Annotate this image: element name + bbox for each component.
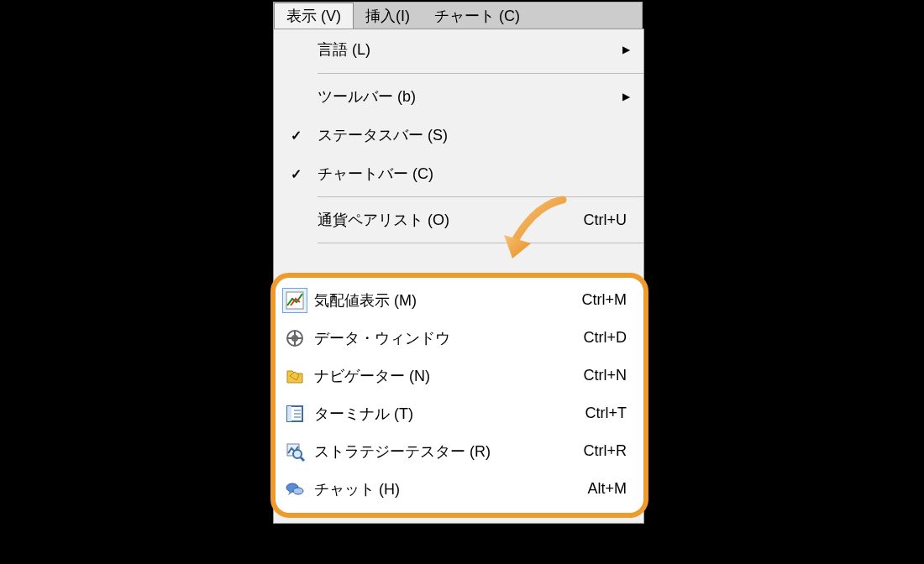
navigator-shortcut: Ctrl+N (566, 367, 643, 384)
svg-point-15 (293, 488, 303, 494)
strategy-tester-shortcut: Ctrl+R (566, 442, 643, 460)
terminal-icon (276, 404, 314, 424)
menu-item-market-watch[interactable]: 気配値表示 (M) Ctrl+M (276, 281, 643, 319)
navigator-icon (276, 366, 314, 386)
menu-item-symbols[interactable]: 通貨ペアリスト (O) Ctrl+U (274, 201, 643, 239)
language-label: 言語 (L) (318, 39, 622, 60)
strategy-tester-icon (276, 441, 314, 462)
menubar-item-view[interactable]: 表示 (V) (274, 3, 354, 29)
menu-item-language[interactable]: 言語 (L) ▶ (274, 29, 643, 70)
statusbar-label: ステータスバー (S) (318, 125, 566, 145)
highlight-annotation: 気配値表示 (M) Ctrl+M データ・ウィンドウ Ctrl+D ナビゲーター… (270, 273, 648, 518)
navigator-label: ナビゲーター (N) (314, 366, 566, 386)
submenu-arrow-icon: ▶ (622, 44, 643, 55)
menu-item-strategy-tester[interactable]: ストラテジーテスター (R) Ctrl+R (276, 432, 643, 470)
symbols-shortcut: Ctrl+U (566, 212, 643, 229)
terminal-shortcut: Ctrl+T (566, 405, 643, 422)
market-watch-label: 気配値表示 (M) (314, 290, 566, 311)
menubar-insert-label: 挿入(I) (365, 6, 410, 26)
data-window-shortcut: Ctrl+D (566, 329, 643, 347)
chartbar-label: チャートバー (C) (318, 164, 566, 184)
svg-point-12 (293, 450, 302, 458)
menu-item-navigator[interactable]: ナビゲーター (N) Ctrl+N (276, 357, 643, 394)
separator (318, 73, 643, 74)
terminal-label: ターミナル (T) (314, 404, 566, 424)
menu-item-toolbars[interactable]: ツールバー (b) ▶ (274, 77, 643, 116)
menu-item-terminal[interactable]: ターミナル (T) Ctrl+T (276, 394, 643, 432)
data-window-label: データ・ウィンドウ (314, 328, 566, 348)
menubar-item-insert[interactable]: 挿入(I) (354, 3, 423, 29)
strategy-tester-label: ストラテジーテスター (R) (314, 441, 566, 462)
menu-item-chartbar[interactable]: チャートバー (C) (274, 154, 643, 193)
menubar-view-label: 表示 (V) (286, 6, 341, 26)
menu-item-statusbar[interactable]: ステータスバー (S) (274, 116, 643, 154)
market-watch-icon (276, 288, 314, 313)
data-window-icon (276, 328, 314, 348)
menu-item-chat[interactable]: チャット (H) Alt+M (276, 470, 643, 508)
market-watch-shortcut: Ctrl+M (566, 291, 643, 309)
menubar-chart-label: チャート (C) (434, 6, 520, 26)
toolbars-label: ツールバー (b) (318, 86, 622, 107)
chat-icon (276, 479, 314, 499)
symbols-label: 通貨ペアリスト (O) (318, 210, 566, 230)
menu-item-data-window[interactable]: データ・ウィンドウ Ctrl+D (276, 319, 643, 357)
svg-line-13 (301, 457, 304, 461)
submenu-arrow-icon: ▶ (622, 91, 643, 102)
chat-shortcut: Alt+M (566, 480, 643, 498)
svg-rect-7 (287, 406, 291, 421)
menubar-item-chart[interactable]: チャート (C) (423, 3, 533, 29)
separator (318, 196, 643, 197)
checkmark-icon (274, 165, 318, 183)
separator (318, 243, 643, 243)
checkmark-icon (274, 127, 318, 144)
chat-label: チャット (H) (314, 479, 566, 499)
menubar: 表示 (V) 挿入(I) チャート (C) (273, 2, 643, 29)
